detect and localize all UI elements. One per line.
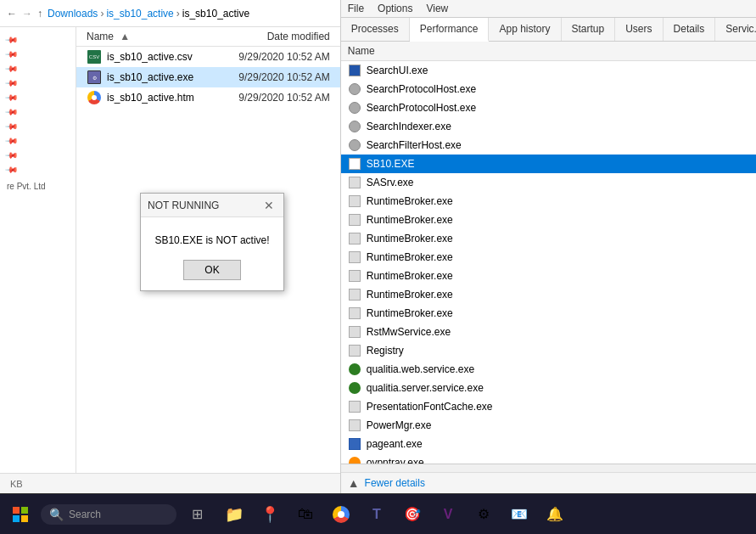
table-row[interactable]: RuntimeBroker.exe (341, 229, 756, 248)
proc-name: Registry (367, 345, 404, 357)
chrome-icon (333, 506, 350, 523)
col-date-header[interactable]: Date modified (194, 31, 330, 42)
tab-performance[interactable]: Performance (410, 18, 490, 42)
table-row[interactable]: SearchProtocolHost.exe (341, 98, 756, 117)
proc-icon (348, 213, 361, 227)
taskbar-search[interactable]: 🔍 Search (41, 504, 176, 525)
taskbar-chrome-button[interactable] (324, 497, 358, 531)
process-list[interactable]: SearchUI.exe SearchProtocolHost.exe Sear… (341, 61, 756, 464)
table-row[interactable]: qualitia.web.service.exe (341, 360, 756, 379)
proc-name: RuntimeBroker.exe (367, 233, 453, 245)
table-row[interactable]: RuntimeBroker.exe (341, 285, 756, 304)
taskbar-store-button[interactable]: 🛍 (288, 497, 322, 531)
table-row-sb10[interactable]: SB10.EXE (341, 155, 756, 173)
proc-icon (348, 194, 361, 208)
dialog-ok-button[interactable]: OK (183, 260, 240, 280)
file-row-exe[interactable]: ⚙ is_sb10_active.exe 9/29/2020 10:52 AM (76, 67, 340, 87)
pin-icon: 📌 (5, 76, 19, 89)
exe-icon: ⚙ (87, 70, 102, 85)
svg-rect-1 (21, 507, 28, 514)
table-row[interactable]: RstMwService.exe (341, 323, 756, 341)
task-view-button[interactable]: ⊞ (180, 497, 214, 531)
taskbar-maps-button[interactable]: 📍 (253, 497, 287, 531)
taskbar-teams-button[interactable]: T (360, 497, 394, 531)
table-row[interactable]: PresentationFontCache.exe (341, 397, 756, 416)
quick-access-item[interactable]: 📌 (0, 61, 76, 76)
quick-access-item[interactable]: 📌 (0, 76, 76, 90)
quick-access-item[interactable]: 📌 (0, 119, 76, 133)
taskbar-app4-button[interactable]: 🔔 (538, 497, 572, 531)
proc-name: SASrv.exe (367, 177, 414, 188)
table-row[interactable]: SearchFilterHost.exe (341, 136, 756, 155)
file-row-htm[interactable]: is_sb10_active.htm 9/29/2020 10:52 AM (76, 87, 340, 108)
file-explorer-status: KB (0, 473, 340, 493)
tm-horizontal-scrollbar[interactable] (341, 464, 756, 472)
proc-name: qualitia.server.service.exe (367, 382, 484, 394)
tab-details[interactable]: Details (664, 18, 716, 41)
file-date-csv: 9/29/2020 10:52 AM (194, 51, 330, 63)
quick-access-item[interactable]: 📌 (0, 162, 76, 177)
task-manager-tabs: Processes Performance App history Startu… (341, 18, 756, 42)
proc-name: pageant.exe (367, 438, 423, 450)
table-row[interactable]: RuntimeBroker.exe (341, 192, 756, 211)
dialog-body: SB10.EXE is NOT active! OK (141, 217, 283, 290)
tab-processes[interactable]: Processes (341, 18, 410, 41)
tab-users[interactable]: Users (615, 18, 663, 41)
proc-name: ovpntray.exe (367, 457, 424, 464)
table-row[interactable]: qualitia.server.service.exe (341, 379, 756, 397)
quick-access-item[interactable]: 📌 (0, 133, 76, 148)
table-row[interactable]: ovpntray.exe (341, 453, 756, 464)
quick-access-item[interactable]: 📌 (0, 148, 76, 162)
taskbar-file-explorer-button[interactable]: 📁 (217, 497, 251, 531)
proc-name: PowerMgr.exe (367, 419, 432, 431)
taskbar-app3-button[interactable]: 📧 (502, 497, 536, 531)
table-row[interactable]: SASrv.exe (341, 173, 756, 192)
quick-access-item[interactable]: 📌 (0, 104, 76, 119)
breadcrumb-arrow: ← (7, 8, 17, 20)
table-row[interactable]: RuntimeBroker.exe (341, 211, 756, 229)
pin-icon: 📌 (5, 119, 19, 132)
table-row[interactable]: Registry (341, 341, 756, 360)
file-row-csv[interactable]: CSV is_sb10_active.csv 9/29/2020 10:52 A… (76, 47, 340, 67)
table-row[interactable]: pageant.exe (341, 435, 756, 453)
tm-footer[interactable]: ▲ Fewer details (341, 472, 756, 493)
proc-name: RuntimeBroker.exe (367, 195, 453, 207)
not-running-dialog: NOT RUNNING ✕ SB10.EXE is NOT active! OK (140, 193, 284, 291)
start-button[interactable] (3, 497, 37, 531)
proc-name: SearchProtocolHost.exe (367, 102, 476, 114)
proc-icon (348, 400, 361, 413)
table-row[interactable]: SearchProtocolHost.exe (341, 80, 756, 98)
col-name-header[interactable]: Name ▲ (87, 31, 194, 42)
tab-app-history[interactable]: App history (489, 18, 561, 41)
dialog-close-button[interactable]: ✕ (261, 198, 277, 213)
taskbar-app1-button[interactable]: 🎯 (395, 497, 429, 531)
quick-access-item[interactable]: 📌 (0, 47, 76, 61)
collapse-icon: ▲ (348, 476, 360, 490)
taskbar-app2-button[interactable]: ⚙ (467, 497, 501, 531)
proc-icon (348, 288, 361, 301)
quick-access-item[interactable]: 📌 (0, 90, 76, 104)
table-row[interactable]: RuntimeBroker.exe (341, 267, 756, 285)
proc-name: RuntimeBroker.exe (367, 270, 453, 282)
proc-name: RuntimeBroker.exe (367, 289, 453, 301)
tm-col-name[interactable]: Name (348, 45, 756, 57)
proc-name: RstMwService.exe (367, 326, 451, 338)
menu-view[interactable]: View (419, 0, 455, 17)
quick-access-item[interactable]: 📌 (0, 32, 76, 47)
table-row[interactable]: PowerMgr.exe (341, 416, 756, 435)
menu-options[interactable]: Options (371, 0, 419, 17)
tab-services[interactable]: Servic... (715, 18, 756, 41)
tab-startup[interactable]: Startup (562, 18, 616, 41)
proc-name: SearchUI.exe (367, 65, 428, 76)
breadcrumb-part-folder1[interactable]: is_sb10_active (106, 8, 173, 20)
breadcrumb-part-downloads[interactable]: Downloads (48, 8, 98, 20)
table-row[interactable]: RuntimeBroker.exe (341, 304, 756, 323)
proc-icon (348, 269, 361, 283)
table-row[interactable]: SearchUI.exe (341, 61, 756, 80)
table-row[interactable]: SearchIndexer.exe (341, 117, 756, 136)
menu-file[interactable]: File (341, 0, 371, 17)
windows-logo-icon (13, 507, 28, 522)
proc-icon (348, 306, 361, 320)
table-row[interactable]: RuntimeBroker.exe (341, 248, 756, 267)
taskbar-vs-button[interactable]: V (431, 497, 465, 531)
